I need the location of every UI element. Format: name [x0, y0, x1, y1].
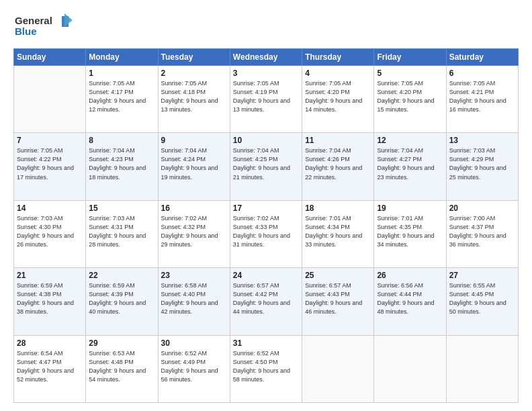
- calendar-cell: 29Sunrise: 6:53 AMSunset: 4:48 PMDayligh…: [86, 335, 158, 402]
- day-info: Sunrise: 7:04 AMSunset: 4:26 PMDaylight:…: [305, 146, 371, 181]
- calendar-cell: 10Sunrise: 7:04 AMSunset: 4:25 PMDayligh…: [230, 133, 302, 200]
- day-number: 9: [161, 136, 227, 145]
- day-number: 20: [449, 203, 515, 213]
- calendar-page: General Blue SundayMondayTuesdayWednesda…: [0, 0, 532, 411]
- day-number: 8: [89, 136, 154, 145]
- calendar-week-1: 1Sunrise: 7:05 AMSunset: 4:17 PMDaylight…: [14, 66, 519, 133]
- calendar-cell: [374, 335, 446, 402]
- calendar-cell: 6Sunrise: 7:05 AMSunset: 4:21 PMDaylight…: [446, 66, 518, 133]
- day-info: Sunrise: 7:01 AMSunset: 4:34 PMDaylight:…: [305, 214, 371, 249]
- day-info: Sunrise: 6:59 AMSunset: 4:39 PMDaylight:…: [89, 281, 154, 316]
- weekday-header-sunday: Sunday: [14, 49, 86, 66]
- calendar-cell: 7Sunrise: 7:05 AMSunset: 4:22 PMDaylight…: [14, 133, 86, 200]
- day-number: 27: [449, 271, 515, 280]
- calendar-week-2: 7Sunrise: 7:05 AMSunset: 4:22 PMDaylight…: [14, 133, 519, 200]
- day-number: 23: [161, 271, 227, 280]
- day-number: 15: [89, 203, 154, 213]
- day-info: Sunrise: 6:57 AMSunset: 4:43 PMDaylight:…: [305, 281, 371, 316]
- day-info: Sunrise: 6:58 AMSunset: 4:40 PMDaylight:…: [161, 281, 227, 316]
- day-number: 30: [161, 338, 227, 348]
- calendar-cell: 5Sunrise: 7:05 AMSunset: 4:20 PMDaylight…: [374, 66, 446, 133]
- calendar-week-5: 28Sunrise: 6:54 AMSunset: 4:47 PMDayligh…: [14, 335, 519, 402]
- calendar-cell: 3Sunrise: 7:05 AMSunset: 4:19 PMDaylight…: [230, 66, 302, 133]
- calendar-cell: 13Sunrise: 7:03 AMSunset: 4:29 PMDayligh…: [446, 133, 518, 200]
- day-number: 14: [17, 203, 83, 213]
- day-number: 29: [89, 338, 154, 348]
- day-number: 31: [233, 338, 299, 348]
- calendar-cell: 27Sunrise: 6:55 AMSunset: 4:45 PMDayligh…: [446, 268, 518, 335]
- day-number: 6: [449, 68, 515, 78]
- weekday-header-saturday: Saturday: [446, 49, 518, 66]
- day-number: 4: [305, 68, 371, 78]
- weekday-header-row: SundayMondayTuesdayWednesdayThursdayFrid…: [14, 49, 519, 66]
- calendar-cell: 16Sunrise: 7:02 AMSunset: 4:32 PMDayligh…: [158, 200, 230, 267]
- calendar-cell: 14Sunrise: 7:03 AMSunset: 4:30 PMDayligh…: [14, 200, 86, 267]
- weekday-header-monday: Monday: [86, 49, 158, 66]
- logo: General Blue: [13, 11, 87, 43]
- calendar-cell: 4Sunrise: 7:05 AMSunset: 4:20 PMDaylight…: [302, 66, 374, 133]
- calendar-cell: 1Sunrise: 7:05 AMSunset: 4:17 PMDaylight…: [86, 66, 158, 133]
- day-info: Sunrise: 6:52 AMSunset: 4:49 PMDaylight:…: [161, 349, 227, 384]
- day-info: Sunrise: 7:02 AMSunset: 4:32 PMDaylight:…: [161, 214, 227, 249]
- calendar-cell: 23Sunrise: 6:58 AMSunset: 4:40 PMDayligh…: [158, 268, 230, 335]
- day-info: Sunrise: 7:03 AMSunset: 4:30 PMDaylight:…: [17, 214, 83, 249]
- day-number: 21: [17, 271, 83, 280]
- day-number: 2: [161, 68, 227, 78]
- day-info: Sunrise: 6:56 AMSunset: 4:44 PMDaylight:…: [377, 281, 443, 316]
- day-info: Sunrise: 7:02 AMSunset: 4:33 PMDaylight:…: [233, 214, 299, 249]
- day-info: Sunrise: 6:57 AMSunset: 4:42 PMDaylight:…: [233, 281, 299, 316]
- calendar-cell: 28Sunrise: 6:54 AMSunset: 4:47 PMDayligh…: [14, 335, 86, 402]
- day-number: 13: [449, 136, 515, 145]
- day-info: Sunrise: 6:55 AMSunset: 4:45 PMDaylight:…: [449, 281, 515, 316]
- day-number: 22: [89, 271, 154, 280]
- calendar-cell: 30Sunrise: 6:52 AMSunset: 4:49 PMDayligh…: [158, 335, 230, 402]
- day-number: 25: [305, 271, 371, 280]
- calendar-week-3: 14Sunrise: 7:03 AMSunset: 4:30 PMDayligh…: [14, 200, 519, 267]
- weekday-header-thursday: Thursday: [302, 49, 374, 66]
- calendar-week-4: 21Sunrise: 6:59 AMSunset: 4:38 PMDayligh…: [14, 268, 519, 335]
- day-info: Sunrise: 7:05 AMSunset: 4:19 PMDaylight:…: [233, 79, 299, 114]
- calendar-cell: 9Sunrise: 7:04 AMSunset: 4:24 PMDaylight…: [158, 133, 230, 200]
- calendar-cell: 19Sunrise: 7:01 AMSunset: 4:35 PMDayligh…: [374, 200, 446, 267]
- day-info: Sunrise: 7:05 AMSunset: 4:20 PMDaylight:…: [305, 79, 371, 114]
- svg-text:Blue: Blue: [15, 26, 37, 37]
- day-info: Sunrise: 7:05 AMSunset: 4:22 PMDaylight:…: [17, 146, 83, 181]
- day-number: 11: [305, 136, 371, 145]
- calendar-cell: 18Sunrise: 7:01 AMSunset: 4:34 PMDayligh…: [302, 200, 374, 267]
- weekday-header-wednesday: Wednesday: [230, 49, 302, 66]
- day-number: 5: [377, 68, 443, 78]
- calendar-cell: 12Sunrise: 7:04 AMSunset: 4:27 PMDayligh…: [374, 133, 446, 200]
- calendar-cell: 31Sunrise: 6:52 AMSunset: 4:50 PMDayligh…: [230, 335, 302, 402]
- day-number: 28: [17, 338, 83, 348]
- calendar-cell: [14, 66, 86, 133]
- day-number: 3: [233, 68, 299, 78]
- day-info: Sunrise: 6:59 AMSunset: 4:38 PMDaylight:…: [17, 281, 83, 316]
- weekday-header-friday: Friday: [374, 49, 446, 66]
- day-info: Sunrise: 7:05 AMSunset: 4:18 PMDaylight:…: [161, 79, 227, 114]
- day-info: Sunrise: 7:05 AMSunset: 4:21 PMDaylight:…: [449, 79, 515, 114]
- day-info: Sunrise: 7:01 AMSunset: 4:35 PMDaylight:…: [377, 214, 443, 249]
- day-info: Sunrise: 6:52 AMSunset: 4:50 PMDaylight:…: [233, 349, 299, 384]
- day-info: Sunrise: 7:04 AMSunset: 4:25 PMDaylight:…: [233, 146, 299, 181]
- calendar-table: SundayMondayTuesdayWednesdayThursdayFrid…: [13, 48, 519, 403]
- calendar-cell: 2Sunrise: 7:05 AMSunset: 4:18 PMDaylight…: [158, 66, 230, 133]
- calendar-cell: [446, 335, 518, 402]
- day-number: 16: [161, 203, 227, 213]
- calendar-cell: 26Sunrise: 6:56 AMSunset: 4:44 PMDayligh…: [374, 268, 446, 335]
- day-number: 1: [89, 68, 154, 78]
- day-info: Sunrise: 6:54 AMSunset: 4:47 PMDaylight:…: [17, 349, 83, 384]
- calendar-cell: 24Sunrise: 6:57 AMSunset: 4:42 PMDayligh…: [230, 268, 302, 335]
- calendar-cell: 25Sunrise: 6:57 AMSunset: 4:43 PMDayligh…: [302, 268, 374, 335]
- svg-text:General: General: [15, 15, 52, 26]
- day-number: 24: [233, 271, 299, 280]
- calendar-cell: 20Sunrise: 7:00 AMSunset: 4:37 PMDayligh…: [446, 200, 518, 267]
- day-info: Sunrise: 7:04 AMSunset: 4:23 PMDaylight:…: [89, 146, 154, 181]
- calendar-cell: [302, 335, 374, 402]
- day-info: Sunrise: 7:04 AMSunset: 4:24 PMDaylight:…: [161, 146, 227, 181]
- calendar-cell: 15Sunrise: 7:03 AMSunset: 4:31 PMDayligh…: [86, 200, 158, 267]
- day-number: 18: [305, 203, 371, 213]
- day-number: 17: [233, 203, 299, 213]
- day-number: 19: [377, 203, 443, 213]
- day-info: Sunrise: 7:00 AMSunset: 4:37 PMDaylight:…: [449, 214, 515, 249]
- day-number: 7: [17, 136, 83, 145]
